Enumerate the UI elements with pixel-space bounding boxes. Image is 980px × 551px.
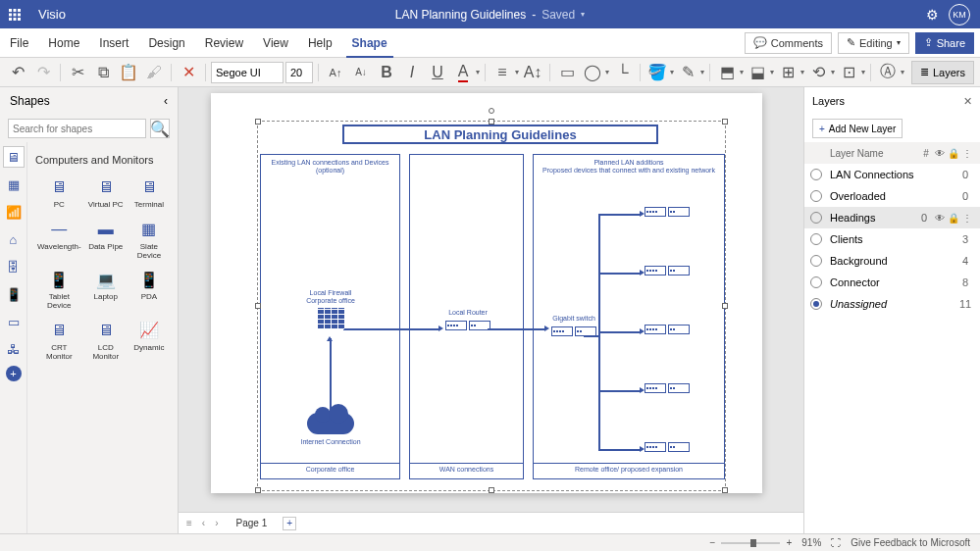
- send-back-button[interactable]: ⬓: [746, 61, 769, 84]
- shape-stencil-item[interactable]: 💻Laptop: [85, 266, 127, 313]
- resize-handle[interactable]: [722, 303, 728, 309]
- shape-category-chip[interactable]: ⌂: [3, 228, 25, 250]
- shape-stencil-item[interactable]: ▬Data Pipe: [85, 216, 127, 263]
- layer-radio[interactable]: [810, 255, 822, 267]
- delete-button[interactable]: ✕: [177, 61, 200, 84]
- font-color-button[interactable]: A: [451, 61, 475, 84]
- connector-tool[interactable]: └: [611, 61, 635, 84]
- layer-radio[interactable]: [810, 169, 822, 180]
- close-icon[interactable]: ✕: [963, 95, 972, 108]
- share-button[interactable]: ⇪Share: [915, 32, 974, 54]
- line-button[interactable]: ✎: [676, 61, 699, 84]
- layer-radio[interactable]: [810, 276, 822, 288]
- page-tab[interactable]: Page 1: [227, 516, 278, 530]
- align-button[interactable]: ≡: [490, 61, 514, 84]
- shape-stencil-item[interactable]: 📈Dynamic: [129, 317, 170, 364]
- resize-handle[interactable]: [722, 119, 728, 125]
- bring-front-button[interactable]: ⬒: [715, 61, 739, 84]
- chevron-down-icon[interactable]: ▾: [740, 68, 744, 76]
- layer-radio[interactable]: [810, 190, 822, 202]
- layer-row[interactable]: Overloaded0: [804, 185, 980, 207]
- user-avatar[interactable]: KM: [949, 4, 970, 25]
- selection-box[interactable]: [257, 121, 726, 491]
- shape-stencil-item[interactable]: 🖥PC: [35, 174, 83, 212]
- add-stencil-button[interactable]: +: [6, 366, 22, 381]
- layers-button[interactable]: ≣Layers: [911, 61, 974, 84]
- zoom-out-button[interactable]: −: [710, 537, 716, 548]
- shape-stencil-item[interactable]: 🖥Terminal: [129, 174, 170, 212]
- shrink-font-button[interactable]: A↓: [349, 61, 373, 84]
- tab-design[interactable]: Design: [138, 28, 194, 58]
- alt-text-button[interactable]: Ⓐ: [876, 61, 900, 84]
- canvas[interactable]: LAN Planning Guidelines Existing LAN con…: [179, 87, 803, 533]
- save-status[interactable]: Saved: [542, 8, 575, 22]
- layer-row[interactable]: Clients3: [804, 228, 980, 250]
- rectangle-tool[interactable]: ▭: [555, 61, 579, 84]
- position-button[interactable]: ⊡: [837, 61, 860, 84]
- layer-row[interactable]: Connector8: [804, 272, 980, 293]
- shape-category-mobile[interactable]: 📱: [3, 283, 25, 305]
- layer-radio[interactable]: [810, 212, 822, 224]
- shape-category-server[interactable]: 🖧: [3, 338, 25, 360]
- chevron-down-icon[interactable]: ▾: [605, 68, 609, 76]
- visible-icon[interactable]: 👁: [933, 213, 947, 224]
- italic-button[interactable]: I: [400, 61, 424, 84]
- shape-stencil-item[interactable]: 📱Tablet Device: [35, 266, 83, 313]
- chevron-down-icon[interactable]: ▾: [476, 68, 480, 76]
- undo-button[interactable]: ↶: [6, 61, 29, 84]
- shape-stencil-item[interactable]: 🖥LCD Monitor: [85, 317, 127, 364]
- tab-review[interactable]: Review: [195, 28, 253, 58]
- grow-font-button[interactable]: A↑: [324, 61, 347, 84]
- shape-stencil-item[interactable]: —Wavelength-: [35, 216, 83, 263]
- layer-row[interactable]: LAN Connections0: [804, 164, 980, 185]
- group-button[interactable]: ⊞: [776, 61, 799, 84]
- next-page-button[interactable]: ›: [213, 518, 220, 528]
- paste-button[interactable]: 📋: [117, 61, 140, 84]
- resize-handle[interactable]: [489, 119, 494, 125]
- shape-category-monitors[interactable]: 🖥: [3, 146, 25, 168]
- resize-handle[interactable]: [255, 487, 261, 493]
- resize-handle[interactable]: [722, 487, 728, 493]
- layer-radio[interactable]: [810, 233, 822, 245]
- more-icon[interactable]: ⋮: [960, 213, 974, 224]
- chevron-down-icon[interactable]: ▾: [831, 68, 835, 76]
- tab-shape[interactable]: Shape: [342, 28, 397, 58]
- shape-category-network[interactable]: ▦: [3, 174, 25, 195]
- zoom-slider[interactable]: [721, 542, 780, 544]
- prev-page-button[interactable]: ‹: [200, 518, 207, 528]
- comments-button[interactable]: 💬Comments: [745, 32, 832, 54]
- tab-help[interactable]: Help: [298, 28, 342, 58]
- chevron-down-icon[interactable]: ▾: [700, 68, 704, 76]
- add-page-button[interactable]: +: [283, 517, 296, 530]
- shape-stencil-item[interactable]: ▦Slate Device: [129, 216, 170, 263]
- shape-stencil-item[interactable]: 🖥Virtual PC: [85, 174, 127, 212]
- copy-button[interactable]: ⧉: [91, 61, 115, 84]
- resize-handle[interactable]: [255, 303, 261, 309]
- shapes-search-input[interactable]: [8, 119, 146, 138]
- underline-button[interactable]: U: [426, 61, 449, 84]
- chevron-down-icon[interactable]: ▾: [581, 10, 585, 19]
- lock-icon[interactable]: 🔒: [947, 213, 960, 224]
- shape-category-wireless[interactable]: 📶: [3, 201, 25, 223]
- fit-page-icon[interactable]: ⛶: [831, 537, 841, 548]
- app-launcher-icon[interactable]: [0, 0, 28, 28]
- chevron-down-icon[interactable]: ▾: [515, 68, 519, 76]
- chevron-down-icon[interactable]: ▾: [770, 68, 774, 76]
- layer-row[interactable]: Unassigned11: [804, 293, 980, 315]
- shape-category-storage[interactable]: 🗄: [3, 256, 25, 277]
- shape-stencil-item[interactable]: 🖥CRT Monitor: [35, 317, 83, 364]
- size-select[interactable]: [285, 62, 313, 83]
- zoom-level[interactable]: 91%: [801, 537, 821, 548]
- tab-file[interactable]: File: [0, 28, 38, 58]
- chevron-down-icon[interactable]: ▾: [861, 68, 865, 76]
- cut-button[interactable]: ✂: [66, 61, 89, 84]
- shape-category-rack[interactable]: ▭: [3, 311, 25, 332]
- editing-button[interactable]: ✎Editing▾: [838, 32, 909, 54]
- fill-button[interactable]: 🪣: [645, 61, 669, 84]
- shape-stencil-item[interactable]: 📱PDA: [129, 266, 170, 313]
- resize-handle[interactable]: [255, 119, 261, 125]
- layer-row[interactable]: Background4: [804, 250, 980, 272]
- ellipse-tool[interactable]: ◯: [581, 61, 604, 84]
- search-button[interactable]: 🔍: [150, 119, 170, 138]
- layer-radio[interactable]: [810, 298, 822, 310]
